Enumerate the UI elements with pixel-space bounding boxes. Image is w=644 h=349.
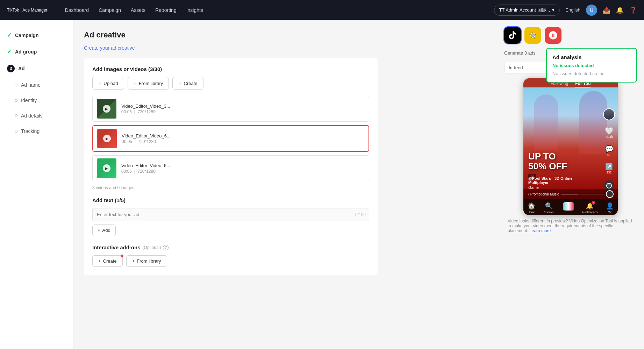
video-thumb-2: ▶ (97, 129, 117, 148)
nav-discover[interactable]: 🔍 Discover (544, 202, 554, 214)
nav-profile[interactable]: 👤 Me (606, 202, 614, 214)
nav-reporting[interactable]: Reporting (155, 6, 177, 14)
phone-mockup: Following For You 🔴 🤍 (523, 78, 618, 215)
bell-icon[interactable]: 🔔 (616, 6, 624, 14)
plus-icon-3: + (178, 80, 181, 86)
sidebar-label-addetails: Ad details (21, 113, 42, 119)
learn-more-link[interactable]: Learn more (529, 228, 551, 233)
sidebar-item-ad[interactable]: 3 Ad (0, 60, 73, 77)
create-media-button[interactable]: + Create (172, 77, 203, 90)
ad-overlay-text: UP TO 50% OFF (528, 151, 567, 171)
nav-campaign[interactable]: Campaign (99, 6, 121, 14)
nav-dashboard[interactable]: Dashboard (65, 6, 89, 14)
phone-bottom-nav: 🏠 Home 🔍 Discover + 🔔 7 Notifications (523, 199, 618, 215)
user-avatar[interactable]: U (586, 5, 597, 16)
check-icon-2: ✓ (7, 48, 12, 55)
create-ad-creative-link[interactable]: Create your ad creative (84, 45, 135, 51)
video-info-1: Video_Editor_Video_3... 00:06 | 720*1280 (121, 104, 365, 114)
nav-insights[interactable]: Insights (186, 6, 203, 14)
video-meta-1: 00:06 | 720*1280 (121, 109, 365, 114)
plus-icon-text: + (98, 228, 100, 233)
add-images-section-title: Add images or videos (3/30) (92, 66, 369, 72)
video-item-2[interactable]: ▶ Video_Editor_Video_6... 00:05 | 720*12… (92, 125, 369, 152)
video-name-2: Video_Editor_Video_6... (122, 133, 364, 138)
add-text-section-title: Add text (1/5) (92, 197, 369, 203)
music-bar: ♪ Promotional Music (523, 189, 618, 199)
addons-help-icon[interactable]: ? (163, 245, 169, 250)
share-button[interactable]: ↗️ 232 (605, 163, 613, 174)
svg-marker-1 (529, 31, 537, 39)
nav-create[interactable]: + (563, 202, 574, 214)
help-icon[interactable]: ❓ (629, 6, 637, 14)
add-text-button[interactable]: + Add (92, 225, 116, 236)
video-meta-2: 00:05 | 720*1280 (122, 139, 364, 144)
addon-create-button[interactable]: + Create (92, 255, 123, 267)
video-info-3: Video_Editor_Video_6... 00:06 | 720*1280 (121, 163, 365, 174)
library-button[interactable]: + From library (128, 77, 169, 90)
sidebar-label-adgroup: Ad group (15, 49, 37, 55)
video-item-3[interactable]: ▶ Video_Editor_Video_6... 00:06 | 720*12… (92, 155, 369, 181)
phone-right-icons: 🤍 71.1k 💬 51 ↗️ 232 (603, 108, 615, 191)
analysis-title: Ad analysis (552, 54, 631, 60)
music-disc (606, 190, 614, 198)
ad-text-input[interactable] (92, 208, 369, 221)
sidebar-item-identity[interactable]: Identity (0, 93, 73, 108)
inbox-icon[interactable]: 📥 (603, 6, 610, 14)
red-dot-badge (121, 255, 123, 257)
video-optimization-note: Video looks different in preview? Video … (504, 219, 637, 233)
video-info-2: Video_Editor_Video_6... 00:05 | 720*1280 (122, 133, 364, 144)
dot-icon (15, 84, 17, 86)
nav-assets[interactable]: Assets (131, 6, 145, 14)
sidebar: ✓ Campaign ✓ Ad group 3 Ad Ad name Ident… (0, 20, 73, 349)
video-name-1: Video_Editor_Video_3... (121, 104, 365, 109)
like-button[interactable]: 🤍 71.1k (605, 127, 614, 138)
addon-library-button[interactable]: + From library (126, 255, 167, 267)
addon-create-label: Create (103, 258, 117, 264)
video-thumb-3: ▶ (97, 158, 116, 178)
main-layout: ✓ Campaign ✓ Ad group 3 Ad Ad name Ident… (0, 20, 644, 349)
platform-red-icon[interactable] (545, 27, 561, 44)
addon-plus-icon: + (98, 258, 101, 264)
sidebar-item-adname[interactable]: Ad name (0, 77, 73, 93)
generate-label: Generate 3 ads (504, 50, 536, 56)
step-number: 3 (7, 65, 15, 72)
creator-username: @Pool Stars - 3D Online Multiplayer (528, 176, 584, 185)
video-name-3: Video_Editor_Video_6... (121, 163, 365, 168)
media-buttons-row: + Upload + From library + Create (92, 77, 369, 90)
play-icon-3: ▶ (103, 164, 110, 172)
sidebar-label-tracking: Tracking (21, 128, 40, 134)
language-selector[interactable]: English (565, 7, 580, 13)
logo: TikTok: Ads Manager (7, 8, 48, 13)
sidebar-item-addetails[interactable]: Ad details (0, 108, 73, 123)
account-selector[interactable]: TT Admin Account 国际... ▾ (494, 5, 560, 16)
addons-title: Interactive add-ons (Optional) ? (92, 244, 369, 250)
videos-summary: 3 videos and 0 images (92, 185, 369, 190)
play-icon-1: ▶ (103, 105, 110, 113)
addon-library-label: From library (137, 258, 161, 264)
video-item-1[interactable]: ▶ Video_Editor_Video_3... 00:06 | 720*12… (92, 96, 369, 122)
text-char-count: 0/100 (355, 212, 366, 217)
music-progress-bar (561, 194, 604, 194)
check-icon: ✓ (7, 32, 12, 38)
nav-right: TT Admin Account 国际... ▾ English U 📥 🔔 ❓ (494, 5, 637, 16)
platform-poparazzi-icon[interactable] (524, 27, 541, 44)
dot-icon-4 (15, 130, 17, 133)
ad-creative-card: Add images or videos (3/30) + Upload + F… (84, 58, 378, 275)
upload-label: Upload (103, 81, 118, 86)
analysis-description: No issues detected so far. (552, 71, 631, 76)
nav-links: Dashboard Campaign Assets Reporting Insi… (65, 6, 203, 14)
comment-button[interactable]: 💬 51 (605, 145, 614, 157)
nav-notifications[interactable]: 🔔 7 Notifications (582, 202, 598, 214)
right-panel: Generate 3 ads ‹ 2/3 › In-feed ▾ Followi… (497, 20, 644, 349)
video-meta-3: 00:06 | 720*1280 (121, 169, 365, 174)
sidebar-item-campaign[interactable]: ✓ Campaign (0, 27, 73, 43)
nav-home[interactable]: 🏠 Home (528, 202, 535, 214)
platform-tiktok-icon[interactable] (504, 27, 521, 44)
platform-icons (504, 27, 637, 44)
upload-button[interactable]: + Upload (92, 77, 124, 90)
dot-icon-2 (15, 99, 17, 102)
sidebar-item-adgroup[interactable]: ✓ Ad group (0, 43, 73, 60)
video-thumb-1: ▶ (97, 99, 116, 119)
sidebar-label-ad: Ad (18, 66, 25, 71)
sidebar-item-tracking[interactable]: Tracking (0, 123, 73, 139)
